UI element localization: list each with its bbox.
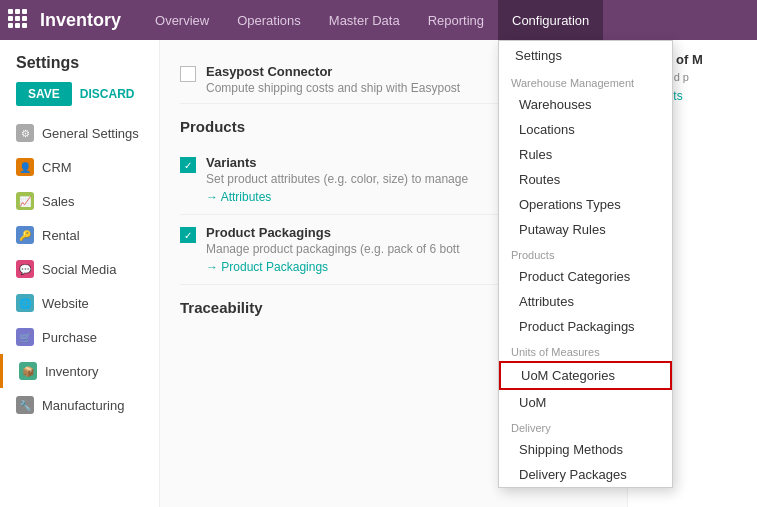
nav-overview[interactable]: Overview: [141, 0, 223, 40]
easypost-checkbox[interactable]: [180, 66, 196, 82]
product-packagings-title: Product Packagings: [206, 225, 460, 240]
save-bar: SAVE DISCARD: [0, 78, 159, 116]
sidebar-item-social-media[interactable]: 💬 Social Media: [0, 252, 159, 286]
sidebar-item-label: Inventory: [45, 364, 98, 379]
nav-configuration-wrapper: Configuration Settings Warehouse Managem…: [498, 0, 603, 40]
sidebar-item-label: Website: [42, 296, 89, 311]
config-section-uom: Units of Measures: [499, 339, 672, 361]
config-item-uom[interactable]: UoM: [499, 390, 672, 415]
brand-title: Inventory: [40, 10, 121, 31]
config-item-uom-categories[interactable]: UoM Categories: [499, 361, 672, 390]
manufacturing-icon: 🔧: [16, 396, 34, 414]
save-button[interactable]: SAVE: [16, 82, 72, 106]
config-dropdown: Settings Warehouse Management Warehouses…: [498, 40, 673, 488]
product-packagings-info: Product Packagings Manage product packag…: [206, 225, 460, 274]
config-item-rules[interactable]: Rules: [499, 142, 672, 167]
sidebar-item-label: Sales: [42, 194, 75, 209]
purchase-icon: 🛒: [16, 328, 34, 346]
product-packagings-desc: Manage product packagings (e.g. pack of …: [206, 242, 460, 256]
config-item-warehouses[interactable]: Warehouses: [499, 92, 672, 117]
grid-icon[interactable]: [8, 9, 30, 31]
sidebar-item-label: Manufacturing: [42, 398, 124, 413]
config-item-putaway-rules[interactable]: Putaway Rules: [499, 217, 672, 242]
sidebar-item-manufacturing[interactable]: 🔧 Manufacturing: [0, 388, 159, 422]
easypost-title: Easypost Connector: [206, 64, 460, 79]
sidebar-item-label: General Settings: [42, 126, 139, 141]
sales-icon: 📈: [16, 192, 34, 210]
discard-button[interactable]: DISCARD: [80, 87, 135, 101]
social-icon: 💬: [16, 260, 34, 278]
config-item-product-categories[interactable]: Product Categories: [499, 264, 672, 289]
crm-icon: 👤: [16, 158, 34, 176]
config-item-shipping-methods[interactable]: Shipping Methods: [499, 437, 672, 462]
gear-icon: ⚙: [16, 124, 34, 142]
sidebar-item-crm[interactable]: 👤 CRM: [0, 150, 159, 184]
config-section-warehouse: Warehouse Management: [499, 70, 672, 92]
sidebar-item-label: Rental: [42, 228, 80, 243]
website-icon: 🌐: [16, 294, 34, 312]
variants-desc: Set product attributes (e.g. color, size…: [206, 172, 468, 186]
sidebar-item-general-settings[interactable]: ⚙ General Settings: [0, 116, 159, 150]
config-item-delivery-packages[interactable]: Delivery Packages: [499, 462, 672, 487]
variants-attributes-link[interactable]: → Attributes: [206, 190, 271, 204]
product-packagings-checkbox[interactable]: ✓: [180, 227, 196, 243]
easypost-desc: Compute shipping costs and ship with Eas…: [206, 81, 460, 95]
top-nav: Inventory Overview Operations Master Dat…: [0, 0, 757, 40]
sidebar-item-website[interactable]: 🌐 Website: [0, 286, 159, 320]
config-section-delivery: Delivery: [499, 415, 672, 437]
sidebar: Settings SAVE DISCARD ⚙ General Settings…: [0, 40, 160, 507]
inventory-icon: 📦: [19, 362, 37, 380]
config-item-routes[interactable]: Routes: [499, 167, 672, 192]
sidebar-item-label: Social Media: [42, 262, 116, 277]
rental-icon: 🔑: [16, 226, 34, 244]
variants-title: Variants: [206, 155, 468, 170]
sidebar-item-inventory[interactable]: 📦 Inventory: [0, 354, 159, 388]
easypost-info: Easypost Connector Compute shipping cost…: [206, 64, 460, 95]
nav-reporting[interactable]: Reporting: [414, 0, 498, 40]
variants-checkbox[interactable]: ✓: [180, 157, 196, 173]
sidebar-item-purchase[interactable]: 🛒 Purchase: [0, 320, 159, 354]
product-packagings-link[interactable]: → Product Packagings: [206, 260, 328, 274]
nav-links: Overview Operations Master Data Reportin…: [141, 0, 603, 40]
config-item-product-packagings-config[interactable]: Product Packagings: [499, 314, 672, 339]
nav-operations[interactable]: Operations: [223, 0, 315, 40]
config-item-attributes[interactable]: Attributes: [499, 289, 672, 314]
nav-configuration[interactable]: Configuration: [498, 0, 603, 40]
nav-master-data[interactable]: Master Data: [315, 0, 414, 40]
config-section-products: Products: [499, 242, 672, 264]
variants-info: Variants Set product attributes (e.g. co…: [206, 155, 468, 204]
sidebar-item-rental[interactable]: 🔑 Rental: [0, 218, 159, 252]
sidebar-item-label: Purchase: [42, 330, 97, 345]
sidebar-item-label: CRM: [42, 160, 72, 175]
config-item-settings[interactable]: Settings: [499, 41, 672, 70]
config-item-locations[interactable]: Locations: [499, 117, 672, 142]
sidebar-item-sales[interactable]: 📈 Sales: [0, 184, 159, 218]
sidebar-title: Settings: [0, 40, 159, 78]
config-item-operations-types[interactable]: Operations Types: [499, 192, 672, 217]
